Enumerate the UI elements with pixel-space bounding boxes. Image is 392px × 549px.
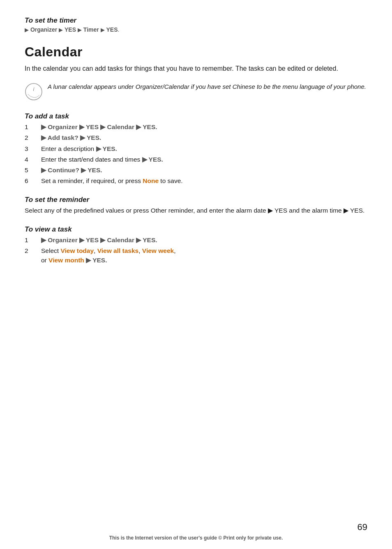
step-content: Enter the start/end dates and times ▶ YE… — [41, 155, 367, 164]
highlight-view-today: View today — [60, 247, 94, 254]
timer-nav-timer: Timer — [83, 26, 101, 33]
step-num: 3 — [25, 144, 41, 153]
arrow-yes: ▶ YES. — [96, 145, 117, 152]
step-num: 1 — [25, 235, 41, 245]
step-content: ▶ Organizer ▶ YES ▶ Calendar ▶ YES. — [41, 235, 367, 245]
step-num: 5 — [25, 165, 41, 175]
arrow-yes: ▶ YES. — [86, 257, 107, 264]
step-content: Enter a description ▶ YES. — [41, 144, 367, 153]
arrow-icon: ▶ Organizer ▶ YES ▶ Calendar ▶ YES. — [41, 123, 157, 130]
step-content: ▶ Continue? ▶ YES. — [41, 165, 367, 175]
arrow-icon: ▶ — [78, 27, 82, 33]
timer-section: To set the timer ▶ Organizer ▶ YES ▶ Tim… — [25, 16, 367, 33]
timer-nav-organizer: Organizer — [30, 26, 59, 33]
reminder-heading: To set the reminder — [25, 196, 367, 204]
step-content: ▶ Add task? ▶ YES. — [41, 133, 367, 142]
add-task-section: To add a task 1 ▶ Organizer ▶ YES ▶ Cale… — [25, 112, 367, 186]
timer-heading: To set the timer — [25, 16, 367, 25]
arrow-icon: ▶ — [25, 27, 29, 33]
calendar-title: Calendar — [25, 44, 367, 60]
step-num: 1 — [25, 122, 41, 132]
add-task-heading: To add a task — [25, 112, 367, 120]
arrow-yes: ▶ YES — [268, 207, 287, 214]
step-content: Set a reminder, if required, or press No… — [41, 176, 367, 185]
page-number: 69 — [357, 522, 367, 533]
highlight-view-all: View all tasks — [97, 247, 139, 254]
step-num: 6 — [25, 176, 41, 185]
view-task-steps: 1 ▶ Organizer ▶ YES ▶ Calendar ▶ YES. 2 … — [25, 235, 367, 265]
step-content: Select View today, View all tasks, View … — [41, 246, 367, 265]
step-item: 2 ▶ Add task? ▶ YES. — [25, 133, 367, 142]
step-item: 2 Select View today, View all tasks, Vie… — [25, 246, 367, 265]
highlight-other-reminder: Other reminder — [151, 207, 193, 214]
note-box: i A lunar calendar appears under Organiz… — [25, 82, 367, 101]
reminder-text: Select any of the predefined values or p… — [25, 206, 367, 215]
highlight-view-week: View week — [142, 247, 174, 254]
add-task-steps: 1 ▶ Organizer ▶ YES ▶ Calendar ▶ YES. 2 … — [25, 122, 367, 186]
step-item: 3 Enter a description ▶ YES. — [25, 144, 367, 153]
note-icon: i — [25, 83, 43, 101]
step-item: 1 ▶ Organizer ▶ YES ▶ Calendar ▶ YES. — [25, 122, 367, 132]
arrow-yes: ▶ YES — [344, 207, 363, 214]
arrow-icon: ▶ — [59, 27, 63, 33]
nav-text: ▶ Add task? ▶ YES. — [41, 134, 101, 141]
arrow-yes: ▶ YES. — [142, 156, 163, 163]
footer-text: This is the Internet version of the user… — [0, 535, 392, 541]
note-text: A lunar calendar appears under Organizer… — [48, 82, 366, 91]
nav-text: ▶ Organizer ▶ YES ▶ Calendar ▶ YES. — [41, 236, 157, 243]
view-task-section: To view a task 1 ▶ Organizer ▶ YES ▶ Cal… — [25, 225, 367, 265]
calendar-section: Calendar In the calendar you can add tas… — [25, 44, 367, 101]
step-num: 2 — [25, 246, 41, 255]
calendar-intro: In the calendar you can add tasks for th… — [25, 64, 367, 74]
step-content: ▶ Organizer ▶ YES ▶ Calendar ▶ YES. — [41, 122, 367, 132]
step-item: 1 ▶ Organizer ▶ YES ▶ Calendar ▶ YES. — [25, 235, 367, 245]
highlight-none: None — [143, 177, 159, 184]
page-container: To set the timer ▶ Organizer ▶ YES ▶ Tim… — [0, 0, 392, 549]
svg-text:i: i — [33, 86, 35, 92]
step-num: 4 — [25, 155, 41, 164]
arrow-icon: ▶ — [101, 27, 105, 33]
timer-nav: ▶ Organizer ▶ YES ▶ Timer ▶ YES. — [25, 26, 367, 33]
step-item: 4 Enter the start/end dates and times ▶ … — [25, 155, 367, 164]
timer-nav-yes2: YES — [106, 26, 118, 33]
step-num: 2 — [25, 133, 41, 142]
timer-nav-yes1: YES — [65, 26, 78, 33]
step-item: 6 Set a reminder, if required, or press … — [25, 176, 367, 185]
nav-text: ▶ Continue? ▶ YES. — [41, 167, 102, 174]
highlight-view-month: View month — [48, 257, 84, 264]
reminder-section: To set the reminder Select any of the pr… — [25, 196, 367, 215]
view-task-heading: To view a task — [25, 225, 367, 234]
step-item: 5 ▶ Continue? ▶ YES. — [25, 165, 367, 175]
